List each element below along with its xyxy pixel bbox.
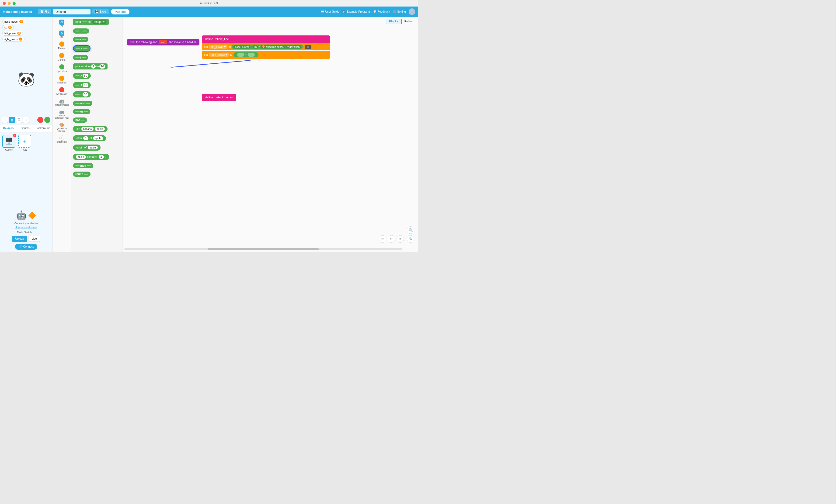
follow-line-block-group: define follow_line set left_power ▾ to b… xyxy=(202,35,330,59)
tab-devices[interactable]: Devices xyxy=(0,125,17,132)
categories-panel: AI AI 📡 IoT Events Control Operators Var… xyxy=(53,17,71,252)
eq-block[interactable]: = 50 xyxy=(73,91,91,97)
category-ai[interactable]: AI AI xyxy=(53,18,70,29)
canvas-mode-switch: Blocks Python xyxy=(386,19,416,24)
user-guide-link[interactable]: 📖 User Guide xyxy=(321,10,339,13)
maximize-button[interactable] xyxy=(13,2,16,5)
run-button[interactable] xyxy=(44,117,50,123)
define-follow-line-block[interactable]: define follow_line xyxy=(202,35,330,43)
scrollbar-thumb[interactable] xyxy=(208,248,319,250)
gt-block[interactable]: > 50 xyxy=(73,73,91,79)
user-avatar[interactable] xyxy=(408,8,415,15)
stop-button[interactable] xyxy=(37,117,43,123)
or-block-row: or xyxy=(73,109,120,115)
how-to-use-link[interactable]: How to use device? xyxy=(2,226,50,229)
not-block[interactable]: not xyxy=(73,117,87,123)
my-blocks-icon xyxy=(59,87,64,92)
letter-block-row: letter 1 of apple xyxy=(73,135,120,142)
letter-block[interactable]: letter 1 of apple xyxy=(73,135,106,141)
variable-kp[interactable]: kp 0 xyxy=(2,25,14,30)
add-device-item[interactable]: + Add xyxy=(18,135,32,151)
contains-block[interactable]: apple contains a ? xyxy=(73,154,109,160)
join-block[interactable]: join banana apple xyxy=(73,126,108,132)
minimize-button[interactable] xyxy=(8,2,11,5)
category-mbot2ext[interactable]: 🤖 mBot2 Extension Port xyxy=(53,108,70,120)
tab-sprites[interactable]: Sprites xyxy=(17,125,34,132)
category-control[interactable]: Control xyxy=(53,52,70,62)
equals-button[interactable]: = xyxy=(397,235,404,243)
close-button[interactable] xyxy=(3,2,6,5)
left-power-dropdown[interactable]: left_power ▾ xyxy=(209,45,227,49)
round-block[interactable]: round xyxy=(73,172,91,177)
category-operators[interactable]: Operators xyxy=(53,63,70,74)
iot-label: IoT xyxy=(60,36,63,38)
variable-base-power[interactable]: base_power 0 xyxy=(2,19,25,24)
zoom-out-button[interactable]: 🔍 xyxy=(407,235,414,243)
device-cyberpi[interactable]: 🖥️ × CyberPi xyxy=(2,135,16,151)
feedback-link[interactable]: 💬 Feedback xyxy=(373,10,390,13)
variable-right-power[interactable]: right_power 0 xyxy=(2,37,24,41)
read-block[interactable]: read in integer ▾ xyxy=(73,19,109,25)
mod-block-row: mod xyxy=(73,163,120,169)
add-device-button[interactable]: + xyxy=(18,135,31,148)
category-events[interactable]: Events xyxy=(53,40,70,51)
set-left-power-block[interactable]: set left_power ▾ to base_power - kp * xyxy=(202,43,330,50)
view-grid-sm-button[interactable]: ▦ xyxy=(9,117,15,123)
category-iot[interactable]: 📡 IoT xyxy=(53,29,70,40)
example-programs-link[interactable]: 📚 Example Programs xyxy=(342,10,370,13)
redo-button[interactable]: ↻ xyxy=(388,235,395,243)
publish-button[interactable]: Publish xyxy=(111,8,130,15)
category-quad-rgb[interactable]: 🎨 Quad RGB Sensor xyxy=(53,121,70,134)
canvas-scrollbar[interactable] xyxy=(122,248,404,250)
project-title-input[interactable] xyxy=(53,9,91,15)
pick-random-block[interactable]: pick random 1 to 10 xyxy=(73,63,108,70)
mbot2ext-label: mBot2 Extension Port xyxy=(54,114,69,119)
quad-rgb-label: Quad RGB Sensor xyxy=(54,128,69,132)
and-block[interactable]: and xyxy=(73,101,92,106)
print-block[interactable]: print the following and stop and move to… xyxy=(127,39,200,45)
main-layout: base_power 0 kp 0 left_power 0 right_pow… xyxy=(0,17,418,252)
right-power-dropdown[interactable]: right_power ▾ xyxy=(209,53,229,57)
minus-block[interactable]: - xyxy=(73,37,89,42)
category-extension[interactable]: + extension xyxy=(53,134,70,144)
multiply-block[interactable]: × xyxy=(73,45,91,52)
code-toggle-icon[interactable]: </> xyxy=(305,45,311,49)
live-mode-button[interactable]: Live xyxy=(28,236,40,242)
plus-block[interactable]: + xyxy=(73,28,89,34)
connect-button[interactable]: 🔗 Connect xyxy=(15,244,37,250)
quad-rgb-icon: 🎨 xyxy=(59,122,64,128)
zoom-in-button[interactable]: 🔍 xyxy=(407,226,414,234)
view-list-button[interactable]: ☰ xyxy=(16,117,22,123)
device-close-button[interactable]: × xyxy=(13,134,16,137)
python-mode-button[interactable]: Python xyxy=(401,19,416,24)
ai-icon: AI xyxy=(59,20,64,25)
variables-icon xyxy=(59,76,64,81)
or-block[interactable]: or xyxy=(73,109,90,114)
set-right-power-block[interactable]: set right_power ▾ to + xyxy=(202,51,330,59)
view-grid-lg-button[interactable]: ⊞ xyxy=(23,117,29,123)
control-icon xyxy=(59,53,64,58)
pick-random-block-row: pick random 1 to 10 xyxy=(73,63,120,71)
canvas-area[interactable]: Blocks Python print the following and st… xyxy=(122,17,418,252)
category-variables[interactable]: Variables xyxy=(53,74,70,85)
setting-link[interactable]: ⚙️ Setting xyxy=(393,10,406,13)
divide-block[interactable]: / xyxy=(73,55,88,60)
plus-block-row: + xyxy=(73,28,120,35)
category-mbot2[interactable]: 🤖 mBot2 Chassis xyxy=(53,97,70,108)
variable-left-power[interactable]: left_power 0 xyxy=(2,31,23,36)
length-block[interactable]: length of apple xyxy=(73,144,100,151)
mod-block[interactable]: mod xyxy=(73,163,93,168)
mode-switch: Upload Live xyxy=(2,236,50,242)
extension-label: extension xyxy=(57,140,67,143)
save-button[interactable]: 💾 Save xyxy=(92,9,109,14)
upload-mode-button[interactable]: Upload xyxy=(12,236,27,242)
category-my-blocks[interactable]: My Blocks xyxy=(53,86,70,97)
ai-label: AI xyxy=(61,25,63,27)
tab-background[interactable]: Background xyxy=(34,125,52,132)
undo-button[interactable]: ↺ xyxy=(379,235,386,243)
blocks-mode-button[interactable]: Blocks xyxy=(386,19,401,24)
lt-block[interactable]: < 50 xyxy=(73,82,91,88)
define-detect-colors-block[interactable]: define detect_colors xyxy=(202,94,236,101)
view-fit-button[interactable]: ⊞ xyxy=(2,117,8,123)
file-menu-button[interactable]: 📄 File xyxy=(38,9,51,14)
